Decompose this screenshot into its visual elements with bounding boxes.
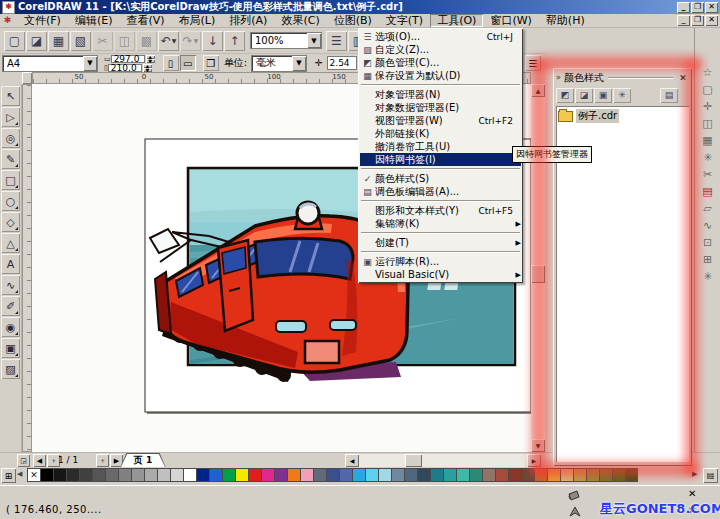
sprayer-icon[interactable]: ✳ (699, 149, 717, 166)
title-bar[interactable]: ✱ CorelDRAW 11 - [K:\实用CorelDraw技巧-使用色彩样… (0, 0, 720, 14)
page-tab[interactable]: 页 1 (120, 453, 166, 468)
copy-button[interactable]: ◫ (114, 31, 135, 51)
color-swatch-45[interactable] (625, 468, 638, 482)
scroll-down-button[interactable]: ▼ (531, 439, 545, 452)
menu-tools[interactable]: 工具(O) (430, 14, 483, 27)
color-swatch-18[interactable] (274, 468, 287, 482)
bitmap-icon[interactable]: ▦ (699, 132, 717, 149)
menu-item-internet-bookmarks[interactable]: 因特网书签(I) (360, 153, 521, 166)
color-swatch-28[interactable] (404, 468, 417, 482)
vertical-scroll-thumb[interactable] (531, 265, 545, 283)
menu-item-save-settings-default[interactable]: ▦保存设置为默认(D) (360, 69, 521, 82)
color-swatch-0[interactable] (40, 468, 53, 482)
menu-item-create[interactable]: 创建(T)▶ (360, 236, 521, 249)
apply-style-button[interactable]: ▤ (660, 88, 678, 103)
color-swatch-16[interactable] (248, 468, 261, 482)
menu-item-object-manager[interactable]: 对象管理器(N) (360, 88, 521, 101)
color-swatch-14[interactable] (222, 468, 235, 482)
cascade-icon[interactable]: ◫ (699, 115, 717, 132)
freehand-tool[interactable]: ✎ (1, 149, 20, 169)
color-swatch-9[interactable] (157, 468, 170, 482)
property-bar-extra-button[interactable]: ☰ (525, 55, 541, 71)
menu-item-run-script[interactable]: ▣运行脚本(R)... (360, 255, 521, 268)
zoom-tool[interactable]: ◎ (1, 128, 20, 148)
position-icon[interactable]: ✛ (699, 98, 717, 115)
child-minimize-button[interactable]: _ (677, 15, 690, 26)
paper-type-dropdown-arrow[interactable]: ▼ (83, 56, 97, 71)
menu-item-customize[interactable]: ▨自定义(Z)... (360, 43, 521, 56)
vertical-scrollbar[interactable]: ▲ ▼ (531, 84, 545, 452)
close-button[interactable]: ✕ (705, 2, 718, 13)
menu-help[interactable]: 帮助(H) (539, 14, 592, 27)
interactive-fill-tool[interactable]: ▨ (1, 359, 20, 379)
options-button[interactable]: ☰ (326, 31, 347, 51)
units-combo[interactable]: 毫米 ▼ (251, 55, 307, 72)
paper-type-combo[interactable]: A4 ▼ (2, 55, 98, 72)
outline-tool[interactable]: ◉ (1, 317, 20, 337)
polygon-tool[interactable]: ◇ (1, 212, 20, 232)
menu-text[interactable]: 文字(T) (379, 14, 430, 27)
page-curl-button[interactable]: ◲ (17, 454, 30, 467)
color-swatch-39[interactable] (547, 468, 560, 482)
palette-properties-button[interactable]: ⊞ (1, 468, 16, 483)
scroll-up-button[interactable]: ▲ (531, 84, 545, 97)
color-swatch-8[interactable] (144, 468, 157, 482)
menu-bitmaps[interactable]: 位图(B) (327, 14, 379, 27)
new-color-style-button[interactable]: ◩ (556, 88, 574, 103)
vertical-ruler[interactable] (22, 84, 32, 452)
menu-window[interactable]: 窗口(W) (483, 14, 538, 27)
color-swatch-43[interactable] (599, 468, 612, 482)
blank-page-icon[interactable]: ▢ (699, 81, 717, 98)
color-swatch-40[interactable] (560, 468, 573, 482)
units-dropdown-arrow[interactable]: ▼ (292, 56, 306, 71)
basic-shapes-tool[interactable]: △ (1, 233, 20, 253)
color-swatch-19[interactable] (287, 468, 300, 482)
color-swatch-6[interactable] (118, 468, 131, 482)
color-swatch-21[interactable] (313, 468, 326, 482)
color-swatch-36[interactable] (508, 468, 521, 482)
menu-item-object-data-manager[interactable]: 对象数据管理器(E) (360, 101, 521, 114)
paper-width-spinner[interactable]: ▲▼ (146, 55, 155, 63)
menu-item-options[interactable]: ☰选项(O)...Ctrl+J (360, 30, 521, 43)
color-swatch-34[interactable] (482, 468, 495, 482)
lock-icon[interactable]: ⊡ (699, 234, 717, 251)
portrait-button[interactable]: ▯ (163, 55, 179, 71)
menu-item-color-styles[interactable]: ✓颜色样式(S) (360, 172, 521, 185)
minimize-button[interactable]: _ (677, 2, 690, 13)
color-swatch-22[interactable] (326, 468, 339, 482)
menu-arrange[interactable]: 排列(A) (222, 14, 274, 27)
grid-snap-icon[interactable]: ⊞ (699, 251, 717, 268)
palette-expand-button[interactable]: ▤ (703, 468, 718, 483)
color-styles-docker-icon[interactable]: ▤ (699, 183, 717, 200)
color-swatch-25[interactable] (365, 468, 378, 482)
color-swatch-5[interactable] (105, 468, 118, 482)
ellipse-tool[interactable]: ○ (1, 191, 20, 211)
color-swatch-38[interactable] (534, 468, 547, 482)
menu-effects[interactable]: 效果(C) (274, 14, 326, 27)
snowflake-icon[interactable]: ✳ (699, 268, 717, 285)
color-swatch-11[interactable] (183, 468, 196, 482)
menu-item-color-management[interactable]: ◩颜色管理(C)... (360, 56, 521, 69)
color-swatch-44[interactable] (612, 468, 625, 482)
color-swatch-26[interactable] (378, 468, 391, 482)
restore-button[interactable]: ❐ (691, 2, 704, 13)
no-color-swatch[interactable]: ✕ (27, 468, 40, 482)
horizontal-scrollbar[interactable]: ◀ ▶ (345, 454, 541, 467)
nudge-field[interactable]: 2.54 (327, 56, 357, 70)
color-swatch-13[interactable] (209, 468, 222, 482)
color-swatch-32[interactable] (456, 468, 469, 482)
new-child-color-button[interactable]: ◪ (575, 88, 593, 103)
color-swatch-30[interactable] (430, 468, 443, 482)
color-swatch-37[interactable] (521, 468, 534, 482)
docker-collapse-icon[interactable]: » (556, 73, 561, 82)
scroll-left-button[interactable]: ◀ (345, 454, 359, 467)
rectangle-tool[interactable]: □ (1, 170, 20, 190)
edit-color-style-button[interactable]: ▣ (594, 88, 612, 103)
fill-tool[interactable]: ▣ (1, 338, 20, 358)
color-swatch-35[interactable] (495, 468, 508, 482)
paste-button[interactable]: ▩ (136, 31, 157, 51)
landscape-button[interactable]: ▭ (180, 55, 196, 71)
color-swatch-20[interactable] (300, 468, 313, 482)
menu-item-palette-editor[interactable]: ▤调色板编辑器(A)... (360, 185, 521, 198)
menu-item-link-manager[interactable]: 外部链接(K) (360, 127, 521, 140)
